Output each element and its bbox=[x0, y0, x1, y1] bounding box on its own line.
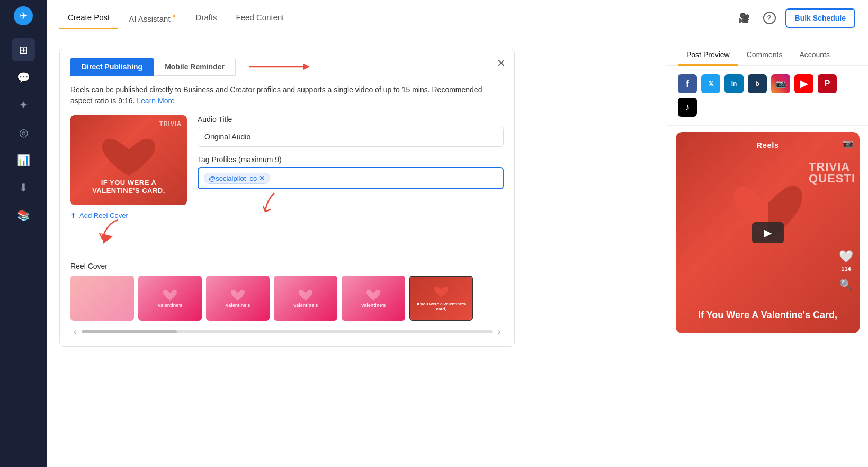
reel-thumbnails: Valentine's Valentine's bbox=[70, 276, 504, 323]
pinterest-icon: P bbox=[825, 79, 830, 89]
tab-create-post[interactable]: Create Post bbox=[59, 8, 118, 29]
add-reel-annotation: ⬆ Add Reel Cover bbox=[70, 207, 187, 219]
top-nav: Create Post AI Assistant✦ Drafts Feed Co… bbox=[47, 0, 868, 36]
annotation-arrow-1 bbox=[92, 217, 187, 251]
sidebar: ✈ ⊞ 💬 ✦ ◎ 📊 ⬇ 📚 bbox=[0, 0, 47, 467]
social-icon-linkedin[interactable]: in bbox=[724, 74, 744, 93]
tag-input-container[interactable]: @socialpilot_co ✕ bbox=[198, 167, 504, 189]
tab-ai-assistant[interactable]: AI Assistant✦ bbox=[120, 8, 185, 29]
tab-mobile-reminder[interactable]: Mobile Reminder bbox=[154, 58, 236, 76]
reel-thumb-1[interactable] bbox=[70, 276, 134, 321]
red-arrow-svg bbox=[244, 60, 313, 73]
audio-title-input[interactable] bbox=[198, 127, 504, 147]
learn-more-link[interactable]: Learn More bbox=[137, 96, 175, 105]
preview-camera-icon: 📷 bbox=[843, 138, 853, 148]
sidebar-item-target[interactable]: ◎ bbox=[12, 121, 35, 144]
target-icon: ◎ bbox=[19, 126, 28, 139]
reel-thumb-6[interactable]: If you were a valentine's card, bbox=[409, 276, 473, 321]
tab-drafts[interactable]: Drafts bbox=[187, 8, 226, 29]
like-button[interactable]: 🤍 bbox=[839, 250, 853, 263]
video-icon: 🎥 bbox=[738, 12, 750, 24]
video-preview-image: TRIVIA If you were avalentine's card, bbox=[70, 115, 187, 205]
tiktok-icon: ♪ bbox=[685, 102, 690, 113]
social-icon-instagram[interactable]: 📷 bbox=[771, 74, 790, 93]
play-button[interactable]: ▶ bbox=[752, 222, 784, 243]
video-icon-button[interactable]: 🎥 bbox=[735, 8, 754, 28]
tab-accounts[interactable]: Accounts bbox=[791, 45, 838, 66]
reel-cover-section: Reel Cover Valentine's bbox=[60, 262, 514, 346]
reel-thumb-3[interactable]: Valentine's bbox=[206, 276, 270, 321]
social-icon-facebook[interactable]: f bbox=[678, 74, 697, 93]
tag-text-input[interactable] bbox=[273, 174, 497, 182]
scroll-right-arrow[interactable]: › bbox=[495, 326, 504, 338]
tab-post-preview[interactable]: Post Preview bbox=[678, 45, 738, 66]
play-icon: ▶ bbox=[764, 226, 772, 239]
reel-cover-label: Reel Cover bbox=[70, 262, 504, 270]
tag-input-wrapper: @socialpilot_co ✕ bbox=[198, 167, 504, 189]
sidebar-item-analytics[interactable]: ✦ bbox=[12, 93, 35, 117]
card-body: TRIVIA If you were avalentine's card, ⬆ … bbox=[60, 115, 514, 262]
social-icon-youtube[interactable]: ▶ bbox=[794, 74, 813, 93]
download-icon: ⬇ bbox=[19, 181, 28, 194]
bulk-schedule-button[interactable]: Bulk Schedule bbox=[785, 8, 855, 28]
audio-title-group: Audio Title bbox=[198, 115, 504, 147]
video-overlay-text: If you were avalentine's card, bbox=[92, 179, 165, 195]
close-button[interactable]: ✕ bbox=[497, 58, 506, 68]
instagram-icon: 📷 bbox=[776, 79, 786, 89]
tab-direct-publishing[interactable]: Direct Publishing bbox=[70, 58, 154, 76]
app-logo[interactable]: ✈ bbox=[14, 6, 33, 25]
scroll-track bbox=[82, 330, 492, 333]
buffer-icon: b bbox=[755, 80, 759, 87]
social-icons-row: f 𝕏 in b 📷 ▶ P bbox=[667, 66, 868, 126]
search-button[interactable]: 🔍 bbox=[839, 278, 853, 291]
nav-actions: 🎥 ? Bulk Schedule bbox=[735, 8, 855, 28]
form-section: Audio Title Tag Profiles (maximum 9) @so… bbox=[198, 115, 504, 251]
video-thumbnail-section: TRIVIA If you were avalentine's card, ⬆ … bbox=[70, 115, 187, 251]
main-area: Create Post AI Assistant✦ Drafts Feed Co… bbox=[47, 0, 868, 467]
scroll-left-arrow[interactable]: ‹ bbox=[70, 326, 79, 338]
help-icon: ? bbox=[763, 12, 776, 24]
library-icon: 📚 bbox=[17, 209, 30, 222]
help-icon-button[interactable]: ? bbox=[760, 8, 779, 28]
publishing-tabs: Direct Publishing Mobile Reminder ✕ bbox=[60, 49, 514, 76]
sidebar-item-chart[interactable]: 📊 bbox=[12, 148, 35, 172]
social-icon-tiktok[interactable]: ♪ bbox=[678, 98, 697, 117]
grid-icon: ⊞ bbox=[19, 43, 28, 56]
scroll-thumb[interactable] bbox=[82, 330, 177, 333]
add-reel-cover-button[interactable]: ⬆ Add Reel Cover bbox=[70, 212, 128, 219]
info-text: Reels can be published directly to Busin… bbox=[60, 76, 514, 115]
tag-chip-socialpilot: @socialpilot_co ✕ bbox=[204, 173, 270, 184]
preview-video-label: Reels bbox=[756, 140, 779, 149]
like-count: 114 bbox=[841, 266, 851, 272]
facebook-icon: f bbox=[686, 78, 689, 90]
audio-title-label: Audio Title bbox=[198, 115, 504, 124]
nav-tabs: Create Post AI Assistant✦ Drafts Feed Co… bbox=[59, 7, 735, 28]
tab-comments[interactable]: Comments bbox=[738, 45, 791, 66]
scroll-controls: ‹ › bbox=[70, 326, 504, 338]
reel-thumb-5[interactable]: Valentine's bbox=[342, 276, 405, 321]
arrow-indicator bbox=[244, 60, 313, 73]
analytics-icon: ✦ bbox=[19, 99, 28, 111]
upload-icon: ⬆ bbox=[70, 212, 76, 219]
social-icon-twitter[interactable]: 𝕏 bbox=[701, 74, 720, 93]
tab-feed-content[interactable]: Feed Content bbox=[228, 8, 293, 29]
tag-chip-label: @socialpilot_co bbox=[209, 174, 257, 182]
sidebar-item-chat[interactable]: 💬 bbox=[12, 66, 35, 89]
chart-icon: 📊 bbox=[17, 154, 30, 166]
social-icon-buffer[interactable]: b bbox=[748, 74, 767, 93]
sidebar-item-library[interactable]: 📚 bbox=[12, 204, 35, 227]
social-icon-pinterest[interactable]: P bbox=[818, 74, 837, 93]
reel-thumb-4[interactable]: Valentine's bbox=[274, 276, 337, 321]
tag-chip-remove[interactable]: ✕ bbox=[259, 174, 265, 182]
twitter-icon: 𝕏 bbox=[708, 80, 714, 88]
chat-icon: 💬 bbox=[17, 71, 30, 84]
sidebar-item-grid[interactable]: ⊞ bbox=[12, 38, 35, 61]
svg-marker-1 bbox=[303, 64, 310, 70]
trivia-overlay: TRIVIA bbox=[159, 120, 182, 127]
post-card: Direct Publishing Mobile Reminder ✕ Reel… bbox=[59, 49, 515, 347]
reel-thumb-2[interactable]: Valentine's bbox=[138, 276, 202, 321]
annotation-arrow-2 bbox=[261, 190, 288, 219]
preview-tabs: Post Preview Comments Accounts bbox=[667, 36, 868, 66]
sidebar-item-download[interactable]: ⬇ bbox=[12, 176, 35, 199]
content-area: Direct Publishing Mobile Reminder ✕ Reel… bbox=[47, 36, 868, 467]
